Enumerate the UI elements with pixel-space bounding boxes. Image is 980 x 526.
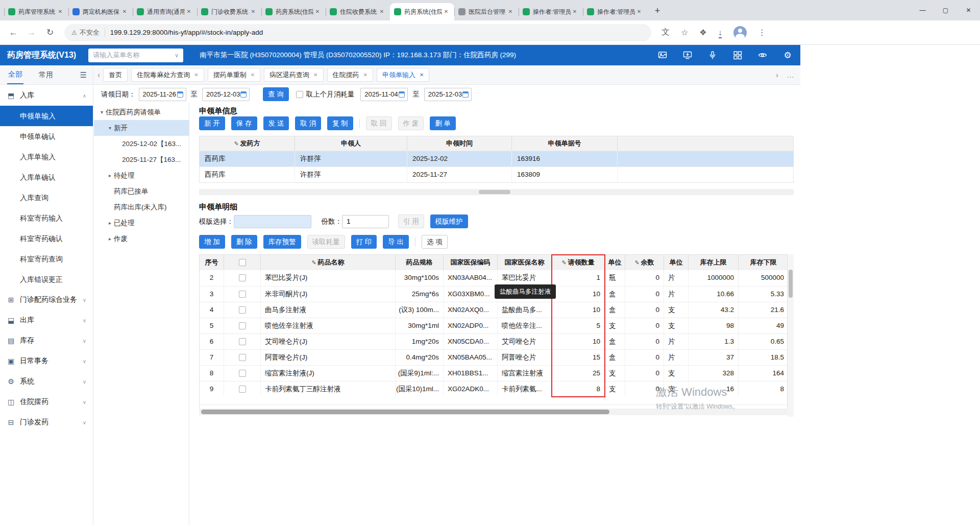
date-to-input[interactable]: 2025-12-03 [202,88,250,101]
cell-remainder[interactable]: 0 [625,350,664,365]
consume-checkbox[interactable] [296,91,303,98]
detail-table-row[interactable]: 3 米非司酮片(J) 25mg*6s XG03XBM0... 米非司酮片 10 … [200,286,787,302]
menu-search-input[interactable]: 请输入菜单名称 ∨ [88,49,183,62]
url-text[interactable]: 199.9.129.29:8000/his-yf/app/#/stock-in/… [110,29,263,36]
cell-request-qty[interactable]: 10 [552,286,605,302]
cell-request-qty[interactable]: 5 [552,318,605,333]
settings-gear-icon[interactable]: ⚙ [783,51,792,60]
tree-caret-icon[interactable]: ▾ [98,109,106,115]
tree-node[interactable]: ▸ 待处理 [94,168,189,183]
cell-request-qty[interactable]: 10 [552,302,605,318]
scrollbar-thumb[interactable] [201,410,609,414]
row-checkbox[interactable] [239,306,246,314]
sidebar-item[interactable]: 申领单确认 [0,126,93,147]
detail-table-row[interactable]: 7 阿普唑仑片(J) 0.4mg*20s XN05BAA05... 阿普唑仑片 … [200,349,787,365]
detail-table-row[interactable]: 9 卡前列素氨丁三醇注射液 (国采10)1ml... XG02ADK0... 卡… [200,381,787,397]
browser-tab[interactable]: 两定机构医保 ✕ [68,3,133,20]
screen-share-icon[interactable] [683,51,692,60]
browser-tab[interactable]: 住院收费系统 ✕ [326,3,390,20]
stock-warning-button[interactable]: 库存预警 [263,235,301,249]
browser-tab[interactable]: 操作者:管理员 ✕ [519,3,583,20]
sidebar-section[interactable]: ⊟ 门诊发药 ∨ [0,412,93,433]
row-checkbox[interactable] [239,370,246,377]
sidebar-section[interactable]: ⊞ 门诊配药综合业务 ∨ [0,290,93,310]
tabs-scroll-left-icon[interactable]: ‹ [97,70,100,80]
row-checkbox[interactable] [239,274,246,281]
tab-close-icon[interactable]: ✕ [571,8,579,16]
profile-avatar[interactable] [733,26,747,39]
monitor-eye-icon[interactable] [758,51,767,60]
sidebar-section[interactable]: ▤ 库存 ∨ [0,330,93,351]
screenshot-icon[interactable] [658,51,667,60]
export-button[interactable]: 导 出 [383,235,409,249]
tab-close-icon[interactable]: ✕ [249,8,257,16]
detail-horizontal-scrollbar[interactable] [199,409,788,415]
forward-icon[interactable]: → [24,26,39,40]
page-tab[interactable]: 首页 ✕ [103,68,128,82]
page-tab-close-icon[interactable]: ✕ [363,72,368,78]
query-button[interactable]: 查 询 [263,87,289,101]
send-button[interactable]: 发 送 [263,116,289,130]
page-tab[interactable]: 住院摆药 ✕ [327,68,373,82]
security-label[interactable]: 不安全 [80,28,100,37]
sidebar-item[interactable]: 入库单输入 [0,147,93,167]
tree-node[interactable]: 2025-12-02【163... [94,136,189,152]
sidebar-item[interactable]: 申领单输入 [0,106,93,126]
master-table-row[interactable]: 西药库 许群萍 2025-11-27 163809 [200,166,793,182]
extensions-icon[interactable]: ❖ [699,28,706,37]
template-select-input[interactable] [234,215,311,228]
tabs-scroll-right-icon[interactable]: › [776,70,778,79]
tree-caret-icon[interactable]: ▸ [106,220,114,226]
calendar-icon[interactable] [399,91,405,98]
copy-button[interactable]: 复 制 [327,116,353,130]
tree-node[interactable]: 药库已接单 [94,183,189,199]
sidebar-section[interactable]: ⚙ 系统 ∨ [0,371,93,392]
page-tab-close-icon[interactable]: ✕ [313,72,317,78]
tree-node[interactable]: ▸ 已处理 [94,215,189,231]
calendar-icon[interactable] [177,91,183,98]
print-button[interactable]: 打 印 [351,235,377,249]
cell-remainder[interactable]: 0 [625,270,664,286]
row-checkbox[interactable] [239,338,246,345]
sidebar-section-stockin[interactable]: ⬒ 入库 ∧ [0,85,93,106]
sidebar-section[interactable]: ⬓ 出库 ∨ [0,310,93,330]
delete-order-button[interactable]: 删 单 [430,116,456,130]
refresh-icon[interactable]: ↻ [43,26,57,40]
page-tab-close-icon[interactable]: ✕ [420,72,424,78]
apps-grid-icon[interactable] [733,51,742,60]
page-tab[interactable]: 摆药单重制 ✕ [208,68,260,82]
close-icon[interactable]: ✕ [957,0,980,20]
options-button[interactable]: 选 项 [422,235,448,249]
sidebar-item[interactable]: 科室寄药确认 [0,228,93,249]
tabs-more-icon[interactable]: … [787,70,794,79]
save-button[interactable]: 保 存 [231,116,257,130]
tree-caret-icon[interactable]: ▸ [106,236,114,242]
cell-request-qty[interactable]: 25 [552,366,605,381]
tab-close-icon[interactable]: ✕ [442,8,450,16]
page-tab[interactable]: 住院毒麻处方查询 ✕ [131,68,204,82]
select-all-checkbox[interactable] [239,259,246,266]
sidebar-item[interactable]: 科室寄药输入 [0,208,93,228]
date-from-input[interactable]: 2025-11-26 [139,88,186,101]
tree-node[interactable]: ▾ 新开 [94,120,189,136]
cell-remainder[interactable]: 0 [625,286,664,302]
detail-table-row[interactable]: 4 曲马多注射液 (议3) 100m... XN02AXQ0... 盐酸曲马多.… [200,302,787,318]
download-icon[interactable]: ↓ [718,28,722,37]
voice-icon[interactable] [708,51,717,60]
filter-common-tab[interactable]: 常用 [39,70,53,80]
scrollbar-thumb[interactable] [479,190,510,194]
sidebar-section[interactable]: ◫ 住院摆药 ∨ [0,392,93,412]
retrieve-button[interactable]: 取 回 [366,116,392,130]
tab-close-icon[interactable]: ✕ [378,8,386,16]
cancel-button[interactable]: 取 消 [295,116,321,130]
tree-node[interactable]: ▸ 作废 [94,231,189,247]
new-button[interactable]: 新 开 [199,116,225,130]
browser-tab[interactable]: 药库管理系统 ✕ [4,3,68,20]
tab-close-icon[interactable]: ✕ [635,8,643,16]
calendar-icon[interactable] [462,91,469,98]
scrollbar-thumb[interactable] [789,270,793,298]
row-checkbox[interactable] [239,386,246,393]
tab-close-icon[interactable]: ✕ [506,8,514,16]
menu-list-icon[interactable]: ☰ [80,70,87,80]
row-checkbox[interactable] [239,291,246,298]
